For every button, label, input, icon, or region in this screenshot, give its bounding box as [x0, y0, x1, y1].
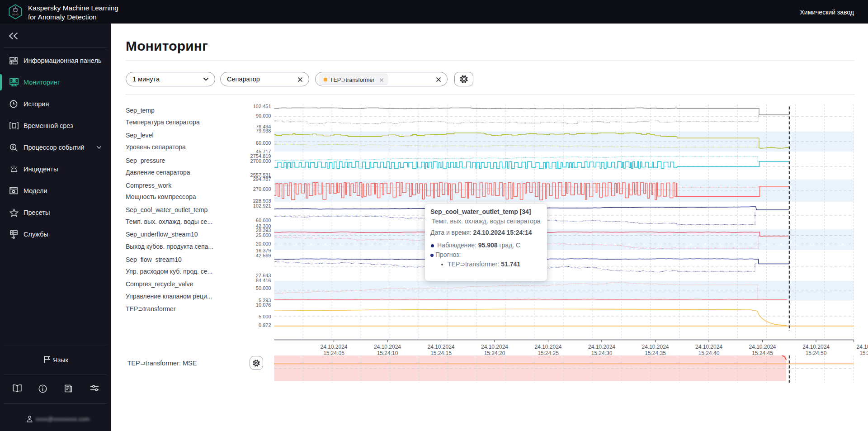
- svg-text:15:24:50: 15:24:50: [806, 350, 827, 356]
- svg-text:24.10.2024: 24.10.2024: [427, 344, 454, 350]
- svg-text:Sep_pressure: Sep_pressure: [126, 157, 165, 164]
- svg-text:25.000: 25.000: [256, 232, 271, 238]
- svg-text:Compres_recycle_valve: Compres_recycle_valve: [126, 280, 193, 288]
- svg-text:79.938: 79.938: [256, 128, 271, 133]
- svg-text:15:24:40: 15:24:40: [698, 350, 720, 356]
- svg-text:0.972: 0.972: [259, 322, 271, 328]
- svg-text:24.10.2024: 24.10.2024: [534, 344, 561, 350]
- svg-text:Sep_temp: Sep_temp: [126, 107, 155, 114]
- svg-text:Выход кубов. продукта сепа...: Выход кубов. продукта сепа...: [126, 243, 213, 250]
- svg-text:60.000: 60.000: [256, 218, 271, 223]
- svg-text:15:24:25: 15:24:25: [538, 350, 559, 356]
- svg-text:5.000: 5.000: [259, 314, 271, 319]
- svg-text:42.569: 42.569: [256, 253, 271, 258]
- svg-text:90.000: 90.000: [256, 113, 271, 118]
- svg-text:Температура сепаратора: Температура сепаратора: [126, 118, 200, 126]
- svg-text:24.10.2024: 24.10.2024: [642, 344, 669, 350]
- svg-text:60.000: 60.000: [256, 140, 271, 146]
- svg-text:Compress_work: Compress_work: [126, 182, 172, 189]
- svg-text:TEP⊃transformer: TEP⊃transformer: [126, 305, 176, 313]
- svg-text:Sep_flow_stream10: Sep_flow_stream10: [126, 256, 182, 263]
- svg-text:Управление клапаном реци...: Управление клапаном реци...: [126, 293, 212, 300]
- svg-text:84.416: 84.416: [256, 278, 271, 283]
- svg-text:Упр. расходом куб. прод. се...: Упр. расходом куб. прод. се...: [126, 268, 212, 275]
- svg-text:102.451: 102.451: [253, 104, 271, 109]
- svg-text:294.787: 294.787: [253, 176, 271, 182]
- svg-text:2700.000: 2700.000: [250, 158, 271, 164]
- svg-text:Уровень сепаратора: Уровень сепаратора: [126, 143, 186, 151]
- svg-text:15:24:20: 15:24:20: [484, 350, 505, 356]
- svg-text:Sep_cool_water_outlet_temp: Sep_cool_water_outlet_temp: [126, 206, 208, 213]
- svg-text:24.10.2024: 24.10.2024: [320, 344, 347, 350]
- svg-text:20.000: 20.000: [256, 241, 271, 246]
- svg-text:15:24:05: 15:24:05: [323, 350, 344, 356]
- svg-text:24.10.2024: 24.10.2024: [695, 344, 722, 350]
- svg-text:50.000: 50.000: [256, 285, 271, 291]
- svg-text:28.393: 28.393: [256, 227, 271, 233]
- svg-text:24.10.2024: 24.10.2024: [856, 344, 868, 350]
- svg-text:15:24:15: 15:24:15: [430, 350, 452, 356]
- svg-text:Давление сепаратора: Давление сепаратора: [126, 169, 190, 176]
- svg-text:15:24:10: 15:24:10: [377, 350, 398, 356]
- svg-text:24.10.2024: 24.10.2024: [588, 344, 615, 350]
- svg-text:15:24:55: 15:24:55: [859, 350, 868, 356]
- svg-text:Темп. вых. охлажд. воды се...: Темп. вых. охлажд. воды се...: [126, 218, 212, 225]
- svg-text:Мощность компрессора: Мощность компрессора: [126, 193, 196, 200]
- svg-text:24.10.2024: 24.10.2024: [802, 344, 830, 350]
- svg-text:24.10.2024: 24.10.2024: [749, 344, 776, 350]
- svg-text:10.076: 10.076: [256, 302, 271, 308]
- svg-text:MLAD: MLAD: [12, 14, 19, 16]
- svg-text:24.10.2024: 24.10.2024: [481, 344, 508, 350]
- svg-text:Sep_level: Sep_level: [126, 132, 154, 139]
- svg-text:270.000: 270.000: [253, 186, 271, 192]
- svg-text:15:24:35: 15:24:35: [645, 350, 666, 356]
- svg-text:15:24:45: 15:24:45: [752, 350, 773, 356]
- svg-text:16.379: 16.379: [256, 248, 271, 253]
- svg-text:102.921: 102.921: [253, 203, 271, 208]
- svg-text:15:24:30: 15:24:30: [591, 350, 613, 356]
- svg-text:Sep_underflow_stream10: Sep_underflow_stream10: [126, 231, 198, 238]
- svg-text:228.903: 228.903: [253, 198, 271, 204]
- svg-text:24.10.2024: 24.10.2024: [374, 344, 401, 350]
